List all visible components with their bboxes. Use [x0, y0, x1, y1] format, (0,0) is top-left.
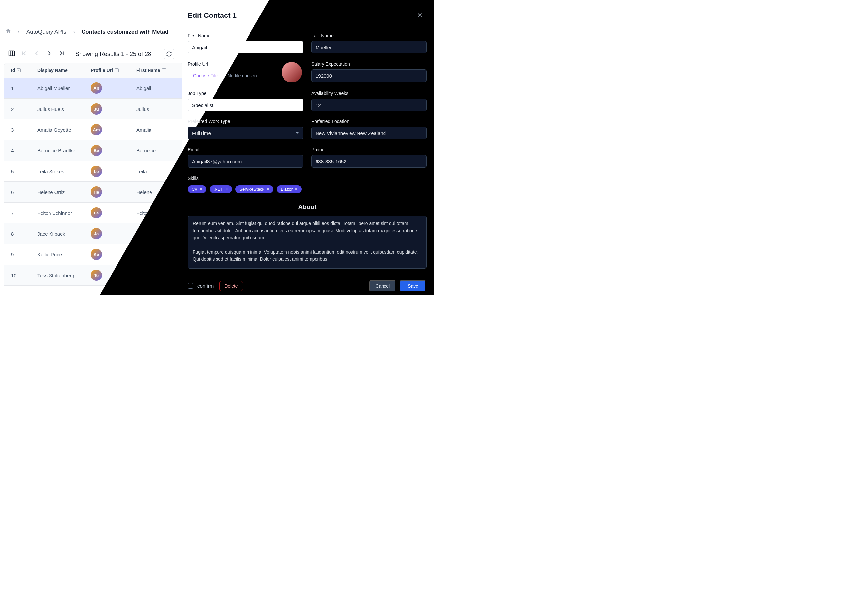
- cell-display-name: Tess Stoltenberg: [37, 273, 91, 278]
- cell-display-name: Leila Stokes: [37, 169, 91, 174]
- remove-chip-icon[interactable]: ✕: [225, 187, 228, 192]
- table-row[interactable]: 4Berneice BradtkeBeBerneice: [4, 140, 182, 161]
- avatar: Ja: [91, 228, 102, 239]
- profile-avatar-preview: [282, 62, 302, 83]
- remove-chip-icon[interactable]: ✕: [199, 187, 202, 192]
- availability-input[interactable]: [311, 99, 427, 111]
- cell-id: 8: [11, 231, 37, 237]
- cell-profile-url: Ab: [91, 83, 136, 94]
- page-first-button[interactable]: [21, 50, 28, 58]
- skills-chips: C#✕.NET✕ServiceStack✕Blazor✕: [188, 186, 427, 193]
- breadcrumb-current: Contacts customized with Metad: [81, 29, 169, 35]
- confirm-label: confirm: [197, 283, 214, 289]
- cell-id: 5: [11, 169, 37, 174]
- cancel-button[interactable]: Cancel: [369, 280, 396, 292]
- column-header-profile-url[interactable]: Profile Url: [91, 68, 136, 73]
- cell-profile-url: Am: [91, 124, 136, 135]
- avatar: Ju: [91, 103, 102, 115]
- save-button[interactable]: Save: [400, 280, 426, 292]
- choose-file-button[interactable]: Choose File: [188, 71, 223, 81]
- cell-display-name: Jace Kilback: [37, 231, 91, 237]
- cell-profile-url: Be: [91, 145, 136, 156]
- job-type-input[interactable]: [188, 99, 303, 111]
- page-last-button[interactable]: [58, 50, 65, 58]
- chevron-right-icon: ›: [73, 28, 75, 35]
- table-row[interactable]: 2Julius HuelsJuJulius: [4, 99, 182, 119]
- avatar: Be: [91, 145, 102, 156]
- chevron-right-icon: ›: [18, 28, 20, 35]
- panel-footer: confirm Delete Cancel Save: [180, 277, 434, 295]
- cell-id: 1: [11, 86, 37, 91]
- last-name-input[interactable]: [311, 41, 427, 53]
- skill-chip[interactable]: .NET✕: [210, 186, 232, 193]
- confirm-checkbox[interactable]: [188, 283, 193, 289]
- about-textarea[interactable]: [188, 216, 427, 268]
- availability-label: Availability Weeks: [311, 91, 427, 96]
- profile-url-label: Profile Url: [188, 61, 257, 67]
- email-input[interactable]: [188, 155, 303, 168]
- cell-first-name: Abigail: [136, 86, 169, 91]
- cell-first-name: Berneice: [136, 148, 169, 153]
- cell-profile-url: Le: [91, 166, 136, 177]
- cell-display-name: Abigail Mueller: [37, 86, 91, 91]
- skill-chip[interactable]: ServiceStack✕: [235, 186, 273, 193]
- page-prev-button[interactable]: [33, 50, 40, 58]
- cell-id: 9: [11, 252, 37, 257]
- table-row[interactable]: 5Leila StokesLeLeila: [4, 161, 182, 182]
- panel-title: Edit Contact 1: [188, 11, 237, 20]
- first-name-label: First Name: [188, 33, 303, 38]
- columns-icon[interactable]: [8, 50, 15, 58]
- skills-label: Skills: [188, 176, 427, 181]
- cell-display-name: Julius Huels: [37, 106, 91, 112]
- skill-chip[interactable]: C#✕: [188, 186, 206, 193]
- column-menu-icon[interactable]: [115, 68, 119, 72]
- delete-button[interactable]: Delete: [220, 281, 242, 291]
- avatar: Le: [91, 166, 102, 177]
- remove-chip-icon[interactable]: ✕: [266, 187, 269, 192]
- about-heading: About: [188, 203, 427, 211]
- column-header-first-name[interactable]: First Name: [136, 68, 169, 73]
- cell-id: 3: [11, 127, 37, 133]
- remove-chip-icon[interactable]: ✕: [295, 187, 298, 192]
- email-label: Email: [188, 147, 303, 152]
- cell-first-name: Julius: [136, 106, 169, 112]
- salary-input[interactable]: [311, 69, 427, 82]
- refresh-button[interactable]: [164, 49, 174, 59]
- cell-display-name: Berneice Bradtke: [37, 148, 91, 153]
- table-row[interactable]: 3Amalia GoyetteAmAmalia: [4, 119, 182, 140]
- cell-display-name: Amalia Goyette: [37, 127, 91, 133]
- cell-display-name: Kellie Price: [37, 252, 91, 257]
- cell-first-name: Leila: [136, 169, 169, 174]
- file-chosen-label: No file chosen: [228, 73, 257, 78]
- cell-id: 4: [11, 148, 37, 153]
- edit-contact-panel: Edit Contact 1 ✕ First Name Last Name Pr…: [180, 0, 434, 295]
- cell-display-name: Helene Ortiz: [37, 189, 91, 195]
- avatar: Am: [91, 124, 102, 135]
- breadcrumb-link-autoquery[interactable]: AutoQuery APIs: [27, 29, 66, 35]
- first-name-input[interactable]: [188, 41, 303, 53]
- page-next-button[interactable]: [46, 50, 53, 58]
- column-header-display-name[interactable]: Display Name: [37, 68, 91, 73]
- preferred-work-type-label: Preferred Work Type: [188, 119, 303, 124]
- avatar: Ke: [91, 249, 102, 260]
- skill-chip[interactable]: Blazor✕: [276, 186, 302, 193]
- cell-id: 2: [11, 106, 37, 112]
- column-menu-icon[interactable]: [162, 68, 166, 72]
- cell-id: 6: [11, 189, 37, 195]
- preferred-location-label: Preferred Location: [311, 119, 427, 124]
- avatar: Ab: [91, 83, 102, 94]
- svg-rect-0: [9, 51, 15, 56]
- close-icon[interactable]: ✕: [417, 11, 423, 19]
- column-header-id[interactable]: Id: [11, 68, 37, 73]
- column-menu-icon[interactable]: [17, 68, 21, 72]
- cell-id: 7: [11, 210, 37, 216]
- table-row[interactable]: 1Abigail MuellerAbAbigail: [4, 78, 182, 99]
- last-name-label: Last Name: [311, 33, 427, 38]
- home-icon[interactable]: [5, 28, 11, 35]
- table-toolbar: Showing Results 1 - 25 of 28: [8, 49, 174, 59]
- cell-id: 10: [11, 273, 37, 278]
- cell-first-name: Amalia: [136, 127, 169, 133]
- preferred-location-input[interactable]: [311, 127, 427, 139]
- preferred-work-type-select[interactable]: FullTime: [188, 127, 303, 139]
- phone-input[interactable]: [311, 155, 427, 168]
